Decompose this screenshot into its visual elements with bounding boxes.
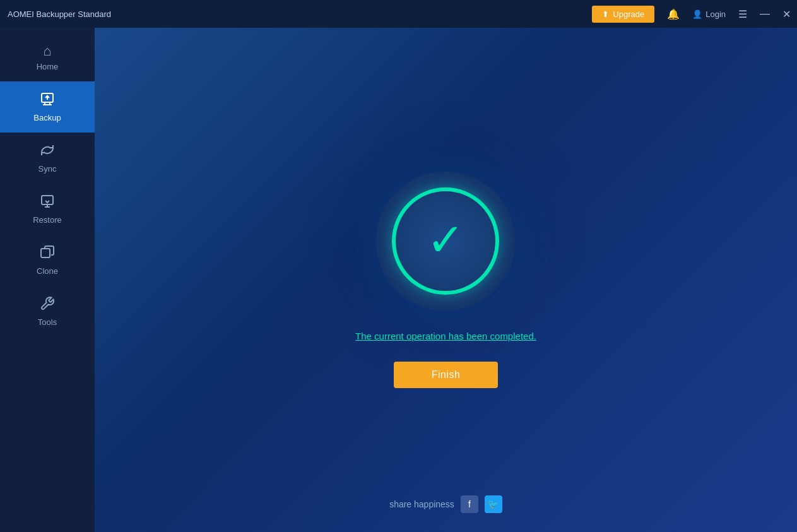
menu-button[interactable]: ☰ bbox=[732, 0, 753, 28]
sidebar-label-restore: Restore bbox=[33, 215, 62, 225]
tools-icon bbox=[40, 296, 55, 314]
sync-icon bbox=[40, 143, 55, 160]
sidebar-label-home: Home bbox=[37, 62, 59, 71]
checkmark-icon: ✓ bbox=[427, 217, 464, 263]
upgrade-label: Upgrade bbox=[613, 9, 644, 19]
sidebar-item-sync[interactable]: Sync bbox=[0, 133, 95, 184]
sidebar-item-restore[interactable]: Restore bbox=[0, 184, 95, 235]
sidebar-item-clone[interactable]: Clone bbox=[0, 235, 95, 286]
sidebar-label-tools: Tools bbox=[38, 317, 57, 327]
twitter-button[interactable]: 🐦 bbox=[485, 495, 502, 513]
sidebar-label-clone: Clone bbox=[37, 266, 58, 276]
facebook-icon: f bbox=[468, 499, 471, 509]
home-icon: ⌂ bbox=[43, 44, 51, 58]
main-content: ✓ The current operation has been complet… bbox=[95, 28, 797, 532]
svg-rect-2 bbox=[41, 249, 50, 257]
share-footer: share happiness f 🐦 bbox=[389, 495, 502, 513]
sidebar: ⌂ Home Backup Sync bbox=[0, 28, 95, 532]
hamburger-icon: ☰ bbox=[738, 8, 747, 20]
clone-icon bbox=[40, 245, 55, 263]
sidebar-item-tools[interactable]: Tools bbox=[0, 286, 95, 337]
bell-icon: 🔔 bbox=[667, 8, 680, 20]
login-label: Login bbox=[705, 9, 726, 19]
completion-text: The current operation has been completed… bbox=[355, 331, 536, 341]
upgrade-button[interactable]: ⬆ Upgrade bbox=[592, 6, 654, 23]
user-icon: 👤 bbox=[692, 9, 702, 19]
titlebar-controls: ⬆ Upgrade 🔔 👤 Login ☰ — ✕ bbox=[592, 0, 797, 28]
app-title: AOMEI Backupper Standard bbox=[8, 9, 111, 19]
success-circle-inner: ✓ bbox=[392, 187, 499, 295]
login-button[interactable]: 👤 Login bbox=[686, 0, 732, 28]
close-button[interactable]: ✕ bbox=[776, 0, 797, 28]
minimize-icon: — bbox=[760, 8, 770, 20]
sidebar-label-backup: Backup bbox=[33, 113, 61, 122]
app-body: ⌂ Home Backup Sync bbox=[0, 28, 797, 532]
twitter-icon: 🐦 bbox=[488, 499, 499, 509]
sidebar-label-sync: Sync bbox=[38, 164, 57, 174]
close-icon: ✕ bbox=[782, 8, 791, 20]
sidebar-item-backup[interactable]: Backup bbox=[0, 81, 95, 133]
sidebar-item-home[interactable]: ⌂ Home bbox=[0, 34, 95, 81]
share-text: share happiness bbox=[389, 499, 454, 509]
minimize-button[interactable]: — bbox=[753, 0, 776, 28]
titlebar: AOMEI Backupper Standard ⬆ Upgrade 🔔 👤 L… bbox=[0, 0, 797, 28]
upgrade-icon: ⬆ bbox=[602, 9, 609, 19]
restore-icon bbox=[40, 194, 55, 211]
backup-icon bbox=[40, 92, 55, 109]
success-container: ✓ The current operation has been complet… bbox=[355, 172, 536, 388]
finish-button[interactable]: Finish bbox=[394, 362, 499, 388]
notification-button[interactable]: 🔔 bbox=[661, 0, 686, 28]
success-circle-outer: ✓ bbox=[376, 172, 515, 310]
facebook-button[interactable]: f bbox=[461, 495, 478, 513]
